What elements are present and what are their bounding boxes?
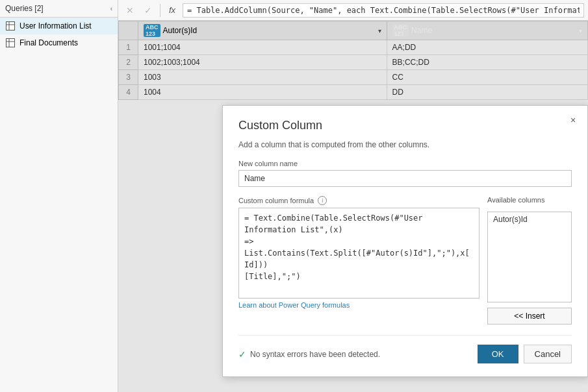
fx-button[interactable]: fx bbox=[164, 3, 180, 18]
modal-subtitle: Add a column that is computed from the o… bbox=[238, 140, 572, 149]
sidebar: Queries [2] ‹ User Information List Fina… bbox=[0, 0, 118, 392]
sidebar-item-label-user-information-list: User Information List bbox=[19, 21, 92, 31]
sidebar-title: Queries [2] bbox=[5, 4, 44, 13]
cancel-button[interactable]: Cancel bbox=[524, 345, 572, 363]
check-icon: ✓ bbox=[238, 349, 246, 360]
no-errors-text: No syntax errors have been detected. bbox=[250, 350, 380, 359]
formula-right: Available columns Autor(s)Id << Insert bbox=[487, 196, 572, 325]
check-button[interactable]: ✓ bbox=[140, 3, 156, 18]
svg-rect-0 bbox=[6, 22, 15, 31]
sidebar-collapse-icon[interactable]: ‹ bbox=[110, 5, 112, 12]
sidebar-item-final-documents[interactable]: Final Documents bbox=[0, 34, 118, 51]
info-icon[interactable]: i bbox=[318, 196, 327, 205]
available-columns-list: Autor(s)Id bbox=[487, 212, 572, 302]
modal-close-button[interactable]: × bbox=[567, 114, 580, 127]
footer-buttons: OK Cancel bbox=[478, 345, 572, 363]
insert-button[interactable]: << Insert bbox=[487, 308, 572, 325]
ok-button[interactable]: OK bbox=[478, 345, 518, 363]
modal-title: Custom Column bbox=[238, 119, 572, 132]
no-errors: ✓ No syntax errors have been detected. bbox=[238, 349, 380, 360]
table-icon-2 bbox=[5, 38, 16, 48]
column-name-input[interactable] bbox=[238, 170, 572, 187]
formula-label: Custom column formula bbox=[238, 197, 314, 204]
custom-column-modal: × Custom Column Add a column that is com… bbox=[222, 105, 588, 377]
table-area: ABC123 Autor(s)Id ▾ ABC123 Name ▾ bbox=[118, 21, 588, 392]
formula-section: Custom column formula i = Text.Combine(T… bbox=[238, 196, 572, 325]
close-button[interactable]: ✕ bbox=[122, 3, 138, 18]
modal-footer: ✓ No syntax errors have been detected. O… bbox=[238, 335, 572, 363]
formula-left: Custom column formula i = Text.Combine(T… bbox=[238, 196, 479, 325]
svg-rect-3 bbox=[6, 39, 15, 47]
column-name-label: New column name bbox=[238, 160, 572, 167]
main-content: ✕ ✓ fx ABC123 Autor(s)Id ▾ bbox=[118, 0, 588, 392]
available-columns-label: Available columns bbox=[487, 196, 572, 204]
sidebar-header: Queries [2] ‹ bbox=[0, 0, 118, 18]
sidebar-item-user-information-list[interactable]: User Information List bbox=[0, 18, 118, 34]
modal-overlay: × Custom Column Add a column that is com… bbox=[118, 21, 588, 392]
formula-textarea[interactable]: = Text.Combine(Table.SelectRows(#"User I… bbox=[238, 208, 479, 299]
formula-label-row: Custom column formula i bbox=[238, 196, 479, 205]
sidebar-item-label-final-documents: Final Documents bbox=[19, 38, 78, 47]
avail-item-autors-id[interactable]: Autor(s)Id bbox=[488, 212, 571, 227]
learn-link[interactable]: Learn about Power Query formulas bbox=[238, 301, 350, 309]
toolbar-separator bbox=[160, 4, 160, 17]
table-icon bbox=[5, 21, 16, 31]
toolbar: ✕ ✓ fx bbox=[118, 0, 588, 21]
formula-bar-input[interactable] bbox=[183, 3, 584, 18]
